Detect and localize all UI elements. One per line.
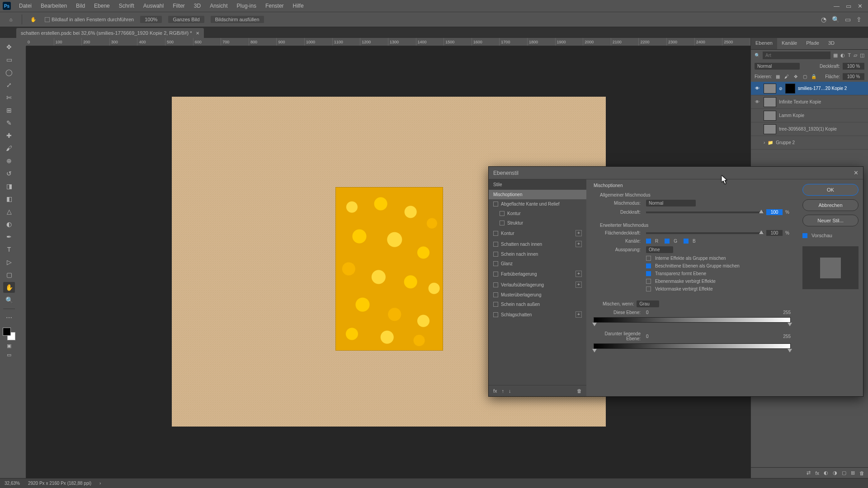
menu-hilfe[interactable]: Hilfe bbox=[288, 3, 308, 9]
style-item[interactable]: Schein nach außen bbox=[489, 300, 586, 309]
layer-row[interactable]: 👁Infinite Texture Kopie bbox=[751, 95, 868, 109]
scroll-all-checkbox[interactable]: Bildlauf in allen Fenstern durchführen bbox=[45, 17, 134, 23]
menu-auswahl[interactable]: Auswahl bbox=[139, 3, 168, 9]
link-layers-icon[interactable]: ⇄ bbox=[807, 470, 811, 476]
eyedropper-tool-icon[interactable]: ✎ bbox=[3, 117, 15, 128]
opacity-field[interactable]: 100 % bbox=[843, 63, 864, 70]
hand-tool-icon[interactable]: ✋ bbox=[28, 14, 38, 24]
opacity-slider[interactable] bbox=[646, 211, 764, 213]
cb-internal-effects[interactable] bbox=[646, 256, 651, 261]
menu-ebene[interactable]: Ebene bbox=[90, 3, 114, 9]
layer-row[interactable]: Lamm Kopie bbox=[751, 109, 868, 122]
new-layer-icon[interactable]: ⊞ bbox=[851, 470, 855, 476]
group-expand-icon[interactable]: › bbox=[764, 140, 765, 145]
style-checkbox[interactable] bbox=[493, 302, 498, 307]
channel-g-checkbox[interactable] bbox=[665, 239, 670, 244]
layer-row[interactable]: tree-3095683_1920(1) Kopie bbox=[751, 122, 868, 136]
dialog-titlebar[interactable]: Ebenenstil ✕ bbox=[489, 167, 863, 179]
style-item[interactable]: Mischoptionen bbox=[489, 190, 586, 199]
home-icon[interactable]: ⌂ bbox=[6, 15, 15, 24]
filter-adjust-icon[interactable]: ◐ bbox=[840, 52, 845, 58]
lasso-tool-icon[interactable]: ◯ bbox=[3, 67, 15, 78]
layer-name[interactable]: smilies-177…20 Kopie 2 bbox=[798, 86, 847, 91]
tab-kanaele[interactable]: Kanäle bbox=[777, 38, 802, 49]
search-icon[interactable]: 🔍 bbox=[832, 16, 840, 23]
cb-transparency-shapes[interactable] bbox=[646, 271, 651, 276]
menu-3d[interactable]: 3D bbox=[189, 3, 205, 9]
style-item[interactable]: Kontur bbox=[489, 209, 586, 218]
healing-tool-icon[interactable]: ✚ bbox=[3, 130, 15, 141]
layer-thumbnail[interactable] bbox=[764, 124, 776, 134]
layer-visibility-icon[interactable]: 👁 bbox=[754, 86, 761, 91]
style-checkbox[interactable] bbox=[493, 292, 498, 297]
move-tool-icon[interactable]: ✥ bbox=[3, 42, 15, 52]
filter-pixel-icon[interactable]: ▦ bbox=[833, 52, 838, 58]
hand-tool-icon[interactable]: ✋ bbox=[3, 282, 15, 293]
fill-opacity-value[interactable]: 100 bbox=[766, 230, 783, 236]
style-checkbox[interactable] bbox=[493, 242, 498, 247]
document-tab[interactable]: schatten erstellen.psdc bei 32,6% (smili… bbox=[16, 28, 204, 38]
style-delete-icon[interactable]: 🗑 bbox=[577, 388, 582, 394]
filter-smart-icon[interactable]: ◫ bbox=[860, 52, 864, 58]
zoom-100-button[interactable]: 100% bbox=[140, 16, 162, 23]
add-effect-icon[interactable]: + bbox=[576, 230, 582, 236]
history-brush-icon[interactable]: ↺ bbox=[3, 168, 15, 179]
this-layer-slider[interactable] bbox=[594, 317, 791, 330]
cb-clipped-layers[interactable] bbox=[646, 263, 651, 268]
shape-tool-icon[interactable]: ▢ bbox=[3, 269, 15, 280]
style-item[interactable]: Schatten nach innen+ bbox=[489, 239, 586, 249]
layer-mask-thumbnail[interactable] bbox=[785, 84, 795, 94]
delete-layer-icon[interactable]: 🗑 bbox=[859, 470, 864, 476]
tab-ebenen[interactable]: Ebenen bbox=[751, 38, 777, 49]
add-effect-icon[interactable]: + bbox=[576, 311, 582, 318]
gradient-tool-icon[interactable]: ◧ bbox=[3, 193, 15, 204]
add-effect-icon[interactable]: + bbox=[576, 282, 582, 288]
underlying-layer-slider[interactable] bbox=[594, 343, 791, 356]
knockout-select[interactable]: Ohne bbox=[646, 246, 673, 253]
status-zoom[interactable]: 32,63% bbox=[5, 481, 20, 486]
channel-b-checkbox[interactable] bbox=[684, 239, 689, 244]
style-item[interactable]: Struktur bbox=[489, 218, 586, 228]
lock-all-icon[interactable]: 🔒 bbox=[811, 74, 817, 79]
style-checkbox[interactable] bbox=[500, 221, 505, 225]
status-info[interactable]: 2920 Px x 2160 Px (182,88 ppi) bbox=[28, 481, 91, 486]
style-item[interactable]: Abgeflachte Kante und Relief bbox=[489, 199, 586, 209]
layer-mask-icon[interactable]: ◐ bbox=[824, 470, 828, 476]
add-effect-icon[interactable]: + bbox=[576, 241, 582, 247]
menu-bild[interactable]: Bild bbox=[71, 3, 90, 9]
fill-opacity-slider[interactable] bbox=[646, 232, 764, 234]
lock-brush-icon[interactable]: 🖌 bbox=[783, 74, 790, 79]
window-close-icon[interactable]: ✕ bbox=[858, 3, 863, 9]
cb-layer-mask-hides[interactable] bbox=[646, 279, 651, 284]
preview-checkbox[interactable] bbox=[802, 233, 807, 238]
selection-tool-icon[interactable]: ⤢ bbox=[3, 80, 15, 90]
vertical-ruler[interactable] bbox=[18, 46, 26, 478]
cancel-button[interactable]: Abbrechen bbox=[802, 199, 859, 211]
share-icon[interactable]: ⇪ bbox=[856, 16, 862, 23]
style-checkbox[interactable] bbox=[493, 272, 498, 277]
close-tab-icon[interactable]: ✕ bbox=[196, 31, 199, 36]
status-chevron-icon[interactable]: › bbox=[99, 481, 101, 486]
group-layers-icon[interactable]: ▢ bbox=[842, 470, 846, 476]
channel-r-checkbox[interactable] bbox=[646, 239, 651, 244]
layer-name[interactable]: Gruppe 2 bbox=[776, 140, 795, 145]
layer-filter-input[interactable] bbox=[763, 52, 830, 59]
style-item[interactable]: Farbüberlagerung+ bbox=[489, 268, 586, 279]
style-item[interactable]: Verlaufsüberlagerung+ bbox=[489, 279, 586, 290]
type-tool-icon[interactable]: T bbox=[3, 244, 15, 255]
blend-if-select[interactable]: Grau bbox=[637, 300, 659, 307]
tab-3d[interactable]: 3D bbox=[824, 38, 839, 49]
style-checkbox[interactable] bbox=[493, 282, 498, 287]
mask-link-icon[interactable]: ⊘ bbox=[779, 86, 783, 91]
layer-name[interactable]: Infinite Texture Kopie bbox=[779, 99, 821, 104]
lock-position-icon[interactable]: ✥ bbox=[793, 74, 799, 79]
style-checkbox[interactable] bbox=[493, 231, 498, 236]
stamp-tool-icon[interactable]: ⊕ bbox=[3, 155, 15, 166]
pen-tool-icon[interactable]: ✒ bbox=[3, 231, 15, 242]
layer-name[interactable]: Lamm Kopie bbox=[779, 113, 804, 118]
blend-mode-select[interactable]: Normal bbox=[646, 200, 696, 206]
menu-schrift[interactable]: Schrift bbox=[114, 3, 139, 9]
layer-thumbnail[interactable] bbox=[764, 111, 776, 121]
cloud-docs-icon[interactable]: ◔ bbox=[821, 16, 826, 23]
layer-row[interactable]: 👁⊘smilies-177…20 Kopie 2 bbox=[751, 82, 868, 95]
